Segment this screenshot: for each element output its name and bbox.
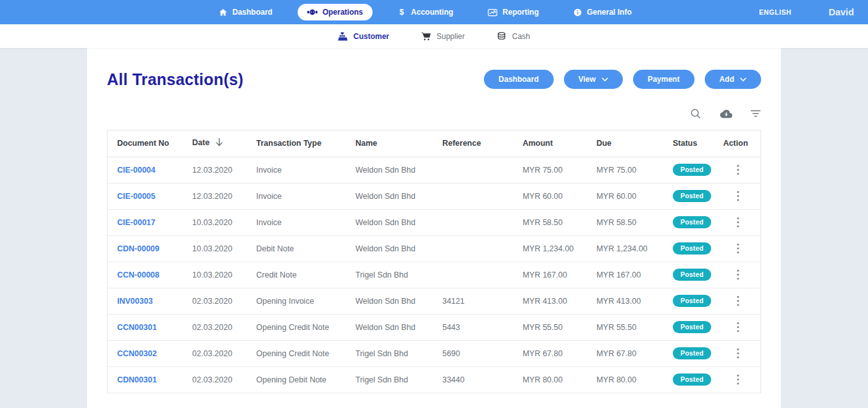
kebab-menu-icon[interactable]	[733, 242, 743, 255]
date-cell: 12.03.2020	[182, 183, 246, 209]
payment-button[interactable]: Payment	[633, 70, 695, 89]
table-header-row: Document NoDateTransaction TypeNameRefer…	[108, 130, 760, 157]
date-cell: 02.03.2020	[182, 314, 246, 340]
page-title: All Transaction(s)	[107, 70, 243, 89]
kebab-menu-icon[interactable]	[733, 347, 743, 360]
column-header-action[interactable]: Action	[718, 130, 760, 157]
cloud-download-icon[interactable]	[718, 109, 733, 119]
amount-cell: MYR 60.00	[513, 183, 586, 209]
table-row[interactable]: INV00303 02.03.2020 Opening Invoice Weld…	[108, 288, 760, 314]
reference-cell	[433, 235, 513, 262]
nav-item-label: Dashboard	[232, 8, 273, 17]
name-cell: Trigel Sdn Bhd	[346, 366, 433, 393]
column-header-reference[interactable]: Reference	[433, 130, 513, 157]
cart-icon	[421, 32, 431, 41]
cash-register-icon	[338, 32, 348, 41]
reference-cell: 5690	[433, 340, 513, 366]
transaction-type-cell: Credit Note	[246, 262, 346, 288]
due-cell: MYR 60.00	[587, 183, 663, 209]
button-label: Dashboard	[499, 75, 539, 84]
language-selector[interactable]: ENGLISH	[759, 8, 796, 16]
document-no-link[interactable]: CDN00301	[117, 375, 157, 384]
page-header: All Transaction(s) DashboardViewPaymentA…	[107, 48, 761, 89]
transaction-type-cell: Invoice	[246, 157, 346, 183]
amount-cell: MYR 167.00	[513, 262, 586, 288]
chevron-down-icon	[602, 77, 608, 82]
due-cell: MYR 55.50	[587, 314, 663, 340]
amount-cell: MYR 55.50	[513, 314, 586, 340]
document-no-link[interactable]: CIE-00005	[117, 192, 156, 201]
button-label: Payment	[648, 75, 680, 84]
table-row[interactable]: CCN00302 02.03.2020 Opening Credit Note …	[108, 340, 760, 366]
table-row[interactable]: CIE-00005 12.03.2020 Invoice Weldon Sdn …	[108, 183, 760, 209]
column-header-due[interactable]: Due	[587, 130, 663, 157]
document-no-link[interactable]: CCN-00008	[117, 271, 159, 279]
home-icon	[219, 8, 227, 17]
subnav-item-supplier[interactable]: Supplier	[421, 32, 465, 41]
date-cell: 02.03.2020	[182, 366, 246, 393]
transaction-type-cell: Opening Debit Note	[246, 366, 346, 393]
coins-icon	[497, 32, 506, 40]
button-label: Add	[719, 75, 734, 84]
amount-cell: MYR 413.00	[513, 288, 586, 314]
nav-item-accounting[interactable]: $Accounting	[388, 4, 463, 20]
due-cell: MYR 167.00	[587, 262, 663, 288]
add-button[interactable]: Add	[705, 70, 761, 89]
table-row[interactable]: CCN-00008 10.03.2020 Credit Note Trigel …	[108, 262, 760, 288]
date-cell: 10.03.2020	[182, 235, 246, 262]
document-no-link[interactable]: CCN00302	[117, 349, 157, 358]
column-header-document_no[interactable]: Document No	[108, 130, 182, 157]
subnav-item-cash[interactable]: Cash	[497, 32, 530, 41]
status-badge: Posted	[673, 321, 711, 334]
kebab-menu-icon[interactable]	[733, 294, 743, 308]
nav-item-general-info[interactable]: General Info	[564, 4, 641, 20]
user-name[interactable]: David	[829, 7, 855, 17]
column-header-status[interactable]: Status	[663, 130, 718, 157]
subnav-item-label: Customer	[353, 32, 389, 41]
table-row[interactable]: CIE-00004 12.03.2020 Invoice Weldon Sdn …	[108, 157, 760, 183]
sort-desc-icon[interactable]	[215, 140, 223, 149]
transactions-tbody: CIE-00004 12.03.2020 Invoice Weldon Sdn …	[108, 157, 760, 393]
document-no-link[interactable]: CCN00301	[117, 323, 157, 332]
column-header-amount[interactable]: Amount	[513, 130, 586, 157]
column-header-date[interactable]: Date	[182, 130, 246, 157]
kebab-menu-icon[interactable]	[733, 189, 743, 203]
name-cell: Weldon Sdn Bhd	[346, 288, 433, 314]
table-row[interactable]: CDN-00009 10.03.2020 Debit Note Weldon S…	[108, 235, 760, 262]
action-buttons: DashboardViewPaymentAdd	[484, 70, 761, 89]
kebab-menu-icon[interactable]	[733, 268, 743, 281]
table-row[interactable]: CCN00301 02.03.2020 Opening Credit Note …	[108, 314, 760, 340]
topnav-menu: DashboardOperations$AccountingReportingG…	[209, 4, 641, 20]
kebab-menu-icon[interactable]	[733, 320, 743, 334]
nav-item-reporting[interactable]: Reporting	[478, 4, 549, 20]
transaction-type-cell: Opening Credit Note	[246, 314, 346, 340]
status-badge: Posted	[673, 269, 711, 281]
dashboard-button[interactable]: Dashboard	[484, 70, 554, 89]
nav-item-label: Accounting	[411, 8, 453, 17]
kebab-menu-icon[interactable]	[733, 373, 743, 386]
nav-item-dashboard[interactable]: Dashboard	[209, 4, 282, 20]
subnav-item-customer[interactable]: Customer	[338, 32, 389, 41]
reference-cell	[433, 157, 513, 183]
view-button[interactable]: View	[564, 70, 623, 89]
info-icon	[574, 8, 582, 17]
content-card: All Transaction(s) DashboardViewPaymentA…	[87, 48, 781, 408]
column-header-name[interactable]: Name	[346, 130, 433, 157]
column-header-transaction_type[interactable]: Transaction Type	[246, 130, 346, 157]
due-cell: MYR 58.50	[587, 209, 663, 235]
name-cell: Weldon Sdn Bhd	[346, 183, 433, 209]
kebab-menu-icon[interactable]	[733, 216, 743, 229]
kebab-menu-icon[interactable]	[733, 163, 743, 177]
chevron-down-icon	[740, 77, 746, 82]
reference-cell: 5443	[433, 314, 513, 340]
document-no-link[interactable]: CIE-00017	[117, 218, 156, 227]
filter-icon[interactable]	[750, 110, 761, 117]
document-no-link[interactable]: CDN-00009	[117, 244, 159, 253]
document-no-link[interactable]: INV00303	[117, 297, 153, 306]
table-row[interactable]: CIE-00017 10.03.2020 Invoice Weldon Sdn …	[108, 209, 760, 235]
nav-item-operations[interactable]: Operations	[298, 4, 373, 20]
table-row[interactable]: CDN00301 02.03.2020 Opening Debit Note T…	[108, 366, 760, 393]
reference-cell	[433, 183, 513, 209]
search-icon[interactable]	[690, 108, 701, 119]
document-no-link[interactable]: CIE-00004	[117, 166, 156, 175]
